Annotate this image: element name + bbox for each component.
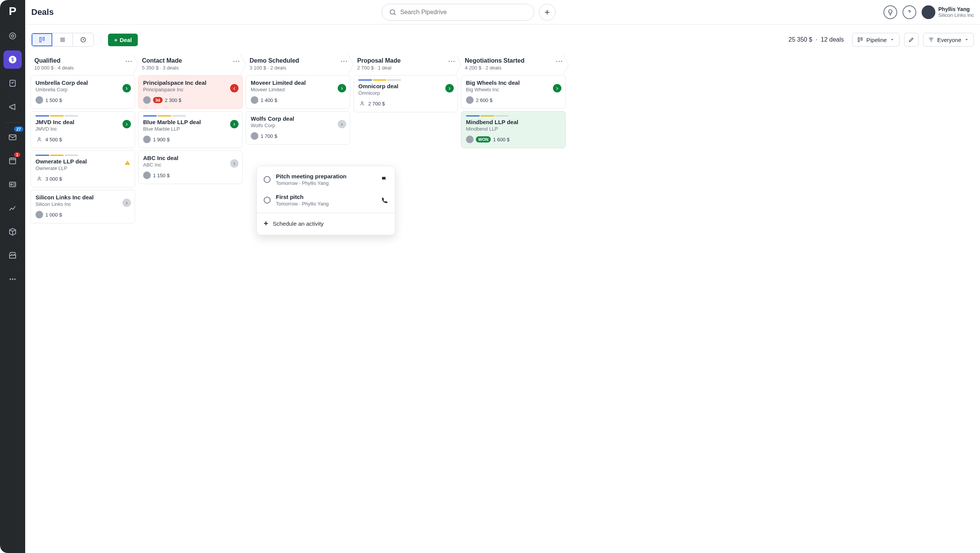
deal-org: Wolfs Corp <box>251 123 345 128</box>
deal-card[interactable]: Wolfs Corp deal Wolfs Corp › 1 700 $ <box>246 111 350 145</box>
deal-value: 2 700 $ <box>368 101 385 107</box>
owner-avatar <box>143 96 151 104</box>
deal-card[interactable]: Blue Marble LLP deal Blue Marble LLP › 1… <box>138 111 243 148</box>
pipeline-label: Pipeline <box>866 37 887 43</box>
deal-footer: 1 900 $ <box>143 136 238 143</box>
scope-label: Everyone <box>937 37 961 43</box>
pipeline-selector[interactable]: Pipeline <box>852 33 899 47</box>
nav-leads[interactable] <box>3 27 22 45</box>
schedule-activity-button[interactable]: + Schedule an activity <box>257 215 395 232</box>
column-more-button[interactable]: ··· <box>233 58 240 65</box>
deal-card[interactable]: Mindbend LLP deal Mindbend LLP WON 1 600… <box>461 111 566 148</box>
deal-card[interactable]: ABC Inc deal ABC Inc › 1 150 $ <box>138 150 243 184</box>
activity-item[interactable]: First pitch Tomorrow · Phyllis Yang <box>257 190 395 210</box>
nav-marketplace[interactable] <box>3 246 22 265</box>
activity-status-icon[interactable]: ‹ <box>230 84 239 92</box>
svg-rect-13 <box>40 37 41 42</box>
deal-card[interactable]: Principalspace Inc deal Principalspace I… <box>138 75 243 109</box>
deal-labels <box>358 79 453 81</box>
stage-column: Contact Made 5 350 $ · 3 deals ··· Princ… <box>138 54 243 548</box>
activity-status-icon[interactable]: › <box>338 120 346 128</box>
radio-icon[interactable] <box>264 197 271 204</box>
activity-title: First pitch <box>276 194 375 200</box>
pipeline-icon <box>857 37 863 43</box>
deal-title: JMVD Inc deal <box>35 119 130 125</box>
deal-org: Moveer Limited <box>251 87 345 92</box>
plus-icon: + <box>264 219 268 228</box>
column-header: Proposal Made 2 700 $ · 1 deal ··· <box>353 54 458 75</box>
toolbar-divider <box>101 34 101 45</box>
svg-rect-16 <box>858 38 859 42</box>
column-more-button[interactable]: ··· <box>341 58 348 65</box>
activity-status-icon[interactable]: › <box>122 120 131 128</box>
svg-point-10 <box>12 278 13 280</box>
column-more-button[interactable]: ··· <box>556 58 563 65</box>
main: Deals + Phyllis Yang Silicon Links Inc <box>25 0 980 553</box>
activity-status-icon[interactable]: › <box>553 84 561 92</box>
svg-rect-5 <box>9 135 16 140</box>
nav-more[interactable] <box>3 270 22 288</box>
deal-card[interactable]: JMVD Inc deal JMVD Inc › 4 500 $ <box>31 111 135 148</box>
deal-title: Ownerate LLP deal <box>35 158 130 165</box>
deal-card[interactable]: Big Wheels Inc deal Big Wheels Inc › 2 6… <box>461 75 566 109</box>
owner-avatar <box>143 136 151 143</box>
activity-status-icon[interactable]: › <box>445 84 454 92</box>
edit-pipeline-button[interactable] <box>904 33 919 47</box>
scope-selector[interactable]: Everyone <box>923 33 974 47</box>
deal-value: 1 150 $ <box>153 173 169 178</box>
summary-count: 12 deals <box>821 36 844 43</box>
view-kanban[interactable] <box>32 33 52 46</box>
view-list[interactable] <box>52 33 73 46</box>
radio-icon[interactable] <box>264 176 271 183</box>
deal-footer: 4 500 $ <box>35 136 130 143</box>
activity-status-icon[interactable]: › <box>122 84 131 92</box>
nav-campaigns[interactable] <box>3 98 22 116</box>
nav-products[interactable] <box>3 223 22 241</box>
activity-status-icon[interactable]: › <box>230 159 239 168</box>
deal-card[interactable]: Ownerate LLP deal Ownerate LLP 3 000 $ <box>31 150 135 188</box>
nav-contacts[interactable] <box>3 175 22 194</box>
activity-status-icon[interactable]: › <box>338 84 346 92</box>
deal-footer: 1 150 $ <box>143 171 238 179</box>
user-name: Phyllis Yang <box>938 6 974 12</box>
svg-point-0 <box>10 33 16 39</box>
deal-title: Principalspace Inc deal <box>143 79 238 86</box>
search-input[interactable] <box>400 9 527 16</box>
deal-labels <box>35 155 130 156</box>
deal-footer: 1 400 $ <box>251 96 345 104</box>
column-header: Negotiations Started 4 200 $ · 2 deals ·… <box>461 54 566 75</box>
deal-footer: 1 500 $ <box>35 96 130 104</box>
help-button[interactable] <box>903 5 916 19</box>
add-global-button[interactable]: + <box>539 4 556 21</box>
deal-card[interactable]: Omnicorp deal Omnicorp › 2 700 $ <box>353 75 458 112</box>
header: Deals + Phyllis Yang Silicon Links Inc <box>25 0 980 24</box>
svg-point-20 <box>361 102 363 103</box>
svg-rect-17 <box>861 38 862 40</box>
deal-card[interactable]: Silicon Links Inc deal Silicon Links Inc… <box>31 190 135 223</box>
column-summary: 10 000 $ · 4 deals <box>34 65 131 71</box>
nav-activities[interactable]: 1 <box>3 152 22 170</box>
mail-badge: 27 <box>14 126 23 132</box>
column-more-button[interactable]: ··· <box>448 58 456 65</box>
logo: P <box>9 5 16 18</box>
column-title: Demo Scheduled <box>250 57 347 64</box>
view-forecast[interactable] <box>73 33 93 46</box>
nav-deals[interactable]: $ <box>3 50 22 69</box>
add-deal-button[interactable]: +Deal <box>108 34 138 46</box>
deal-title: Big Wheels Inc deal <box>466 79 561 86</box>
svg-rect-14 <box>43 37 44 40</box>
deal-card[interactable]: Moveer Limited deal Moveer Limited › 1 4… <box>246 75 350 109</box>
nav-mail[interactable]: 27 <box>3 128 22 146</box>
search-box[interactable] <box>382 4 534 21</box>
deal-card[interactable]: Umbrella Corp deal Umbrella Corp › 1 500… <box>31 75 135 109</box>
column-header: Qualified 10 000 $ · 4 deals ··· <box>31 54 135 75</box>
activity-item[interactable]: Pitch meeting preparation Tomorrow · Phy… <box>257 169 395 190</box>
activity-status-icon[interactable]: › <box>230 120 239 128</box>
nav-projects[interactable] <box>3 74 22 92</box>
person-icon <box>358 100 366 107</box>
column-more-button[interactable]: ··· <box>126 58 133 65</box>
user-menu[interactable]: Phyllis Yang Silicon Links Inc <box>922 5 974 19</box>
nav-insights[interactable] <box>3 199 22 217</box>
activity-status-icon[interactable]: › <box>122 199 131 207</box>
tips-button[interactable] <box>883 5 897 19</box>
